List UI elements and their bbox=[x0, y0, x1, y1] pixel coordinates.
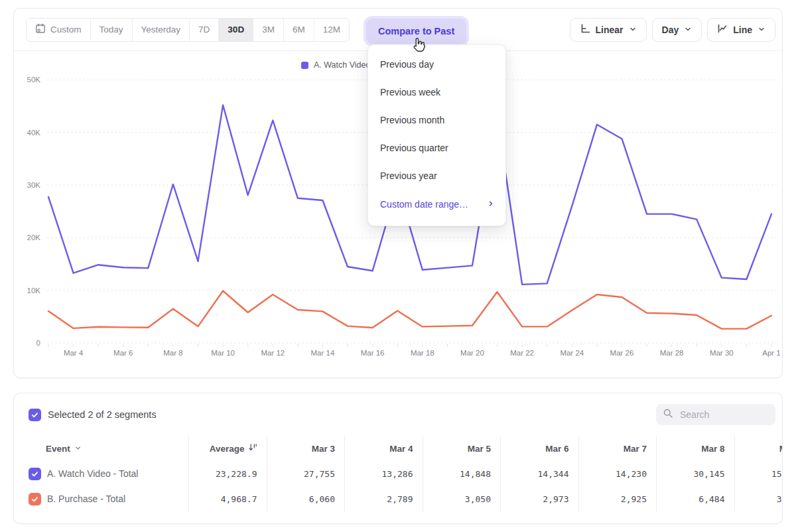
row-checkbox[interactable] bbox=[29, 468, 41, 480]
column-header-label: Mar 4 bbox=[389, 444, 413, 454]
chevron-down-icon bbox=[629, 25, 637, 35]
interval-select-button[interactable]: Day bbox=[652, 18, 702, 42]
checkmark-icon bbox=[31, 411, 39, 419]
column-header-label: Mar 3 bbox=[312, 444, 335, 454]
range-option-label: Custom bbox=[50, 25, 82, 34]
column-header-mar-9[interactable]: Mar 9 bbox=[734, 436, 783, 461]
value-text: 27,755 bbox=[304, 469, 335, 479]
value-text: 6,484 bbox=[698, 494, 724, 504]
compare-to-past-button[interactable]: Compare to Past bbox=[366, 19, 466, 44]
menu-item-previous-day[interactable]: Previous day bbox=[368, 50, 505, 78]
search-icon bbox=[663, 408, 673, 421]
row-checkbox[interactable] bbox=[29, 493, 41, 505]
column-header-mar-6[interactable]: Mar 6 bbox=[500, 436, 578, 461]
value-cell: 23,228.9 bbox=[188, 461, 267, 486]
column-header-label: Mar 7 bbox=[624, 444, 647, 454]
svg-text:Mar 6: Mar 6 bbox=[113, 349, 133, 357]
sort-descending-icon bbox=[249, 442, 257, 454]
value-cell: 14,848 bbox=[423, 461, 501, 486]
scale-label: Linear bbox=[596, 25, 624, 35]
value-text: 14,848 bbox=[460, 469, 491, 479]
menu-item-previous-quarter[interactable]: Previous quarter bbox=[368, 134, 505, 162]
segment-cell: A. Watch Video - Total bbox=[14, 461, 188, 486]
range-option-6m[interactable]: 6M bbox=[284, 19, 314, 41]
column-header-mar-3[interactable]: Mar 3 bbox=[267, 436, 345, 461]
svg-text:Mar 8: Mar 8 bbox=[163, 349, 182, 357]
value-text: 14,344 bbox=[538, 469, 569, 479]
value-cell: 15,520 bbox=[734, 461, 783, 486]
range-option-label: 30D bbox=[228, 25, 244, 34]
range-option-12m[interactable]: 12M bbox=[314, 19, 349, 41]
column-header-mar-7[interactable]: Mar 7 bbox=[578, 436, 657, 461]
column-header-event[interactable]: Event bbox=[14, 436, 188, 461]
svg-text:Mar 16: Mar 16 bbox=[361, 349, 385, 357]
range-option-30d[interactable]: 30D bbox=[219, 19, 253, 41]
range-option-label: Today bbox=[100, 25, 123, 34]
value-text: 23,228.9 bbox=[216, 469, 257, 479]
value-text: 30,145 bbox=[694, 469, 725, 479]
column-header-label: Mar 8 bbox=[701, 444, 724, 454]
svg-text:Mar 10: Mar 10 bbox=[211, 349, 235, 357]
range-option-3m[interactable]: 3M bbox=[253, 19, 284, 41]
value-text: 3,133 bbox=[777, 494, 783, 504]
value-cell: 6,060 bbox=[267, 486, 345, 511]
column-header-mar-4[interactable]: Mar 4 bbox=[344, 436, 423, 461]
menu-item-custom-date-range[interactable]: Custom date range… bbox=[368, 190, 505, 219]
value-text: 13,286 bbox=[382, 469, 413, 479]
value-text: 15,520 bbox=[771, 469, 783, 479]
value-text: 2,973 bbox=[543, 494, 568, 504]
value-cell: 3,050 bbox=[423, 486, 501, 511]
segments-table: Event AverageMar 3Mar 4Mar 5Mar 6Mar 7Ma… bbox=[14, 436, 782, 511]
value-cell: 30,145 bbox=[656, 461, 734, 486]
value-text: 14,230 bbox=[616, 469, 647, 479]
value-cell: 27,755 bbox=[267, 461, 345, 486]
checkmark-icon bbox=[31, 495, 39, 503]
segments-table-card: Selected 2 of 2 segments Event AverageMa… bbox=[13, 393, 783, 524]
range-option-yesterday[interactable]: Yesterday bbox=[133, 19, 190, 41]
svg-text:Apr 1: Apr 1 bbox=[762, 349, 781, 357]
svg-text:Mar 24: Mar 24 bbox=[560, 349, 584, 357]
svg-text:Mar 28: Mar 28 bbox=[660, 349, 684, 357]
value-text: 3,050 bbox=[465, 494, 491, 504]
value-cell: 14,230 bbox=[578, 461, 657, 486]
svg-text:30K: 30K bbox=[27, 181, 41, 189]
column-header-label: Average bbox=[210, 444, 245, 454]
toolbar-right-group: Linear Day Line bbox=[570, 18, 775, 42]
linear-axis-icon bbox=[580, 23, 590, 36]
value-cell: 6,484 bbox=[656, 486, 734, 511]
svg-text:Mar 20: Mar 20 bbox=[460, 349, 484, 357]
column-header-label: Mar 9 bbox=[779, 444, 783, 454]
value-cell: 13,286 bbox=[344, 461, 423, 486]
range-option-label: Yesterday bbox=[141, 25, 181, 34]
chevron-right-icon bbox=[487, 199, 495, 210]
menu-item-previous-week[interactable]: Previous week bbox=[368, 78, 505, 106]
svg-text:Mar 12: Mar 12 bbox=[261, 349, 285, 357]
column-header-average[interactable]: Average bbox=[188, 436, 267, 461]
menu-item-previous-month[interactable]: Previous month bbox=[368, 106, 505, 134]
column-header-mar-8[interactable]: Mar 8 bbox=[656, 436, 734, 461]
segment-label: A. Watch Video - Total bbox=[47, 468, 138, 479]
svg-text:Mar 26: Mar 26 bbox=[610, 349, 634, 357]
value-text: 2,925 bbox=[621, 494, 647, 504]
menu-item-previous-year[interactable]: Previous year bbox=[368, 162, 505, 190]
line-chart-icon bbox=[717, 23, 728, 36]
segment-label: B. Purchase - Total bbox=[47, 494, 125, 504]
chart-type-select-button[interactable]: Line bbox=[707, 18, 775, 42]
column-header-mar-5[interactable]: Mar 5 bbox=[423, 436, 501, 461]
custom-date-range-label: Custom date range… bbox=[380, 199, 468, 210]
range-option-today[interactable]: Today bbox=[91, 19, 133, 41]
range-option-custom[interactable]: Custom bbox=[27, 19, 91, 41]
svg-text:50K: 50K bbox=[27, 76, 41, 84]
svg-text:Mar 22: Mar 22 bbox=[510, 349, 534, 357]
value-cell: 4,968.7 bbox=[188, 486, 267, 511]
search-input[interactable] bbox=[679, 409, 769, 421]
scale-select-button[interactable]: Linear bbox=[570, 18, 647, 42]
svg-text:Mar 18: Mar 18 bbox=[411, 349, 434, 357]
table-row: B. Purchase - Total4,968.76,0602,7893,05… bbox=[14, 486, 782, 511]
value-cell: 3,133 bbox=[734, 486, 783, 511]
select-all-checkbox[interactable] bbox=[29, 409, 41, 421]
value-text: 2,789 bbox=[387, 494, 413, 504]
range-option-7d[interactable]: 7D bbox=[190, 19, 219, 41]
legend-swatch bbox=[301, 62, 308, 69]
checkmark-icon bbox=[31, 470, 39, 478]
